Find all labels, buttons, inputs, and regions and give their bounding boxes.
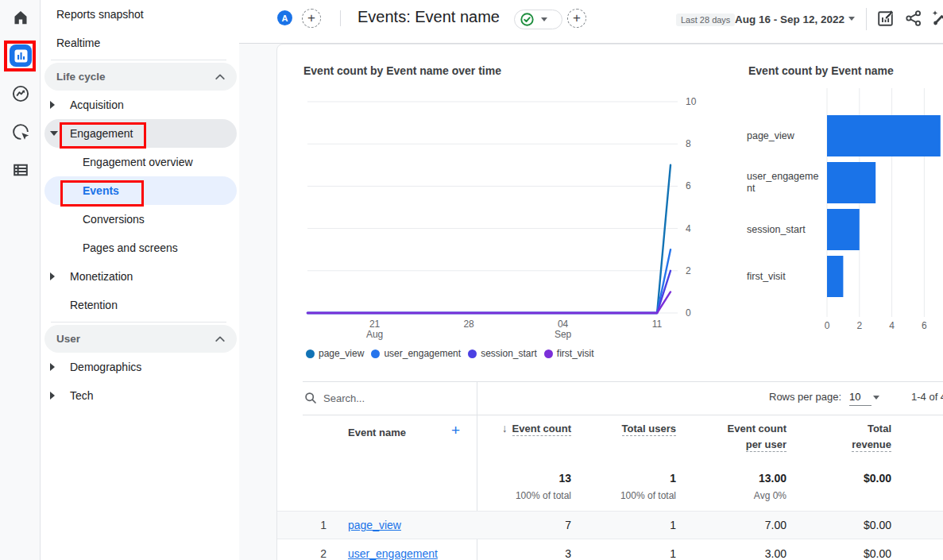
sidebar-item-label: Tech: [70, 389, 94, 402]
sidebar-section-user[interactable]: User: [44, 325, 237, 353]
legend-label: user_engagement: [384, 348, 461, 359]
chevron-down-icon[interactable]: [873, 396, 879, 400]
sidebar-section-label: Life cycle: [56, 71, 106, 83]
sidebar-item-label: Acquisition: [70, 98, 124, 111]
table-cell: 1: [549, 539, 676, 560]
table-row-page_view: 1page_view717.00$0.00: [277, 511, 943, 539]
y-axis-label: 10: [686, 96, 697, 107]
sidebar-section-life-cycle[interactable]: Life cycle: [44, 63, 237, 91]
collapse-arrow-icon[interactable]: [50, 392, 55, 400]
share-icon[interactable]: [906, 10, 922, 29]
rail-advertising-button[interactable]: [6, 118, 35, 146]
sidebar-item-tech[interactable]: Tech: [41, 381, 239, 410]
add-comparison-button[interactable]: +: [302, 9, 321, 28]
line-series-first_visit: [307, 292, 671, 313]
report-status-dropdown[interactable]: [514, 10, 562, 29]
collapse-arrow-icon[interactable]: [50, 272, 55, 280]
search-icon: [304, 392, 317, 404]
collapse-arrow-icon[interactable]: [50, 101, 55, 109]
line-series-page_view: [307, 165, 671, 313]
bar-x-axis-label: 6: [922, 320, 927, 331]
sidebar-item-monetization[interactable]: Monetization: [41, 262, 239, 291]
column-header-event-name[interactable]: Event name: [348, 427, 406, 438]
check-circle-icon: [520, 13, 534, 26]
bar-first_visit: [827, 256, 843, 297]
header-divider: [866, 8, 867, 30]
search-input[interactable]: [323, 388, 466, 407]
line-series-user_engagement: [307, 249, 671, 313]
event-name-link[interactable]: page_view: [348, 519, 401, 531]
page-title: Events: Event name: [357, 8, 500, 26]
rail-library-button[interactable]: [6, 156, 35, 184]
x-axis-label: 04: [558, 319, 569, 330]
date-range-selector[interactable]: Aug 16 - Sep 12, 2022: [735, 12, 844, 28]
totals-value: $0.00: [764, 470, 891, 486]
x-axis-label: 21: [369, 319, 381, 330]
advertising-icon: [11, 122, 30, 141]
sidebar-item-retention[interactable]: Retention: [41, 291, 239, 319]
sidebar-item-label: Events: [83, 184, 119, 197]
plus-icon: +: [307, 11, 315, 25]
rows-per-page-select[interactable]: 10: [849, 391, 872, 406]
table-totals-row: 13100% of total1100% of total13.00Avg 0%…: [277, 462, 943, 511]
chevron-up-icon: [214, 71, 226, 83]
table-cell: 1: [549, 512, 676, 539]
table-header-row: Event name + ↓Event countTotal usersEven…: [277, 415, 943, 462]
rail-explore-button[interactable]: [6, 79, 35, 108]
sidebar-item-label: Engagement: [70, 127, 133, 140]
sidebar-item-label: Pages and screens: [83, 241, 178, 254]
rail-reports-button[interactable]: [6, 41, 35, 70]
totals-value: 1: [549, 470, 676, 486]
sidebar-item-engagement[interactable]: Engagement: [44, 119, 237, 148]
legend-dot-icon: [371, 350, 380, 358]
sidebar-item-engagement-overview[interactable]: Engagement overview: [41, 148, 239, 176]
sidebar-item-pages-and-screens[interactable]: Pages and screens: [41, 234, 239, 262]
sidebar-item-label: Reports snapshot: [56, 8, 144, 21]
app-nav-rail: [0, 0, 41, 560]
bar-category-label: session_start: [747, 224, 823, 236]
user-avatar[interactable]: A: [277, 10, 292, 25]
totals-subtext: 100% of total: [549, 488, 676, 504]
sidebar-item-demographics[interactable]: Demographics: [41, 353, 239, 381]
legend-item-page_view[interactable]: page_view: [306, 348, 364, 359]
customize-report-icon[interactable]: [876, 9, 895, 31]
sidebar-item-label: Engagement overview: [83, 156, 193, 168]
pagination-status: 1-4 of 4: [911, 391, 943, 403]
legend-item-user_engagement[interactable]: user_engagement: [371, 348, 461, 359]
x-axis-sublabel: Aug: [366, 329, 383, 340]
sidebar-item-realtime[interactable]: Realtime: [41, 29, 239, 57]
collapse-arrow-icon[interactable]: [50, 363, 55, 371]
bar-category-label: user_engagement: [747, 171, 823, 195]
rail-home-button[interactable]: [6, 3, 35, 32]
sidebar-item-label: Demographics: [70, 361, 141, 373]
bar-session_start: [827, 209, 860, 250]
insights-icon[interactable]: [930, 9, 943, 33]
table-toolbar: Rows per page: 10 1-4 of 4: [303, 382, 943, 415]
add-report-tab-button[interactable]: +: [567, 9, 586, 28]
sidebar-item-events[interactable]: Events: [44, 176, 237, 205]
legend-label: first_visit: [557, 348, 594, 359]
legend-item-session_start[interactable]: session_start: [468, 348, 537, 359]
sidebar-divider: [51, 322, 226, 322]
report-card: Event count by Event name over time Even…: [276, 44, 943, 560]
cell-value: $0.00: [764, 519, 891, 531]
chevron-down-icon[interactable]: [848, 17, 855, 21]
x-axis-label: 11: [652, 319, 663, 330]
sidebar-item-label: Conversions: [83, 213, 145, 226]
legend-item-first_visit[interactable]: first_visit: [544, 348, 594, 359]
sidebar-item-acquisition[interactable]: Acquisition: [41, 91, 239, 119]
table-row-user_engagement: 2user_engagement313.00$0.00: [277, 539, 943, 560]
event-name-link[interactable]: user_engagement: [348, 547, 438, 560]
sort-descending-icon: ↓: [502, 420, 508, 438]
sidebar-item-reports-snapshot[interactable]: Reports snapshot: [41, 0, 239, 29]
date-preset-chip: Last 28 days: [676, 14, 735, 26]
legend-label: session_start: [481, 348, 537, 359]
expand-arrow-icon[interactable]: [50, 131, 58, 136]
column-header-total-revenue[interactable]: Totalrevenue: [764, 421, 891, 453]
bar-category-label: page_view: [747, 130, 823, 142]
rows-per-page-label: Rows per page:: [769, 391, 841, 403]
cell-value: 1: [549, 519, 676, 531]
column-header-total-users[interactable]: Total users: [549, 421, 676, 437]
sidebar-item-conversions[interactable]: Conversions: [41, 205, 239, 234]
explore-icon: [11, 84, 30, 103]
